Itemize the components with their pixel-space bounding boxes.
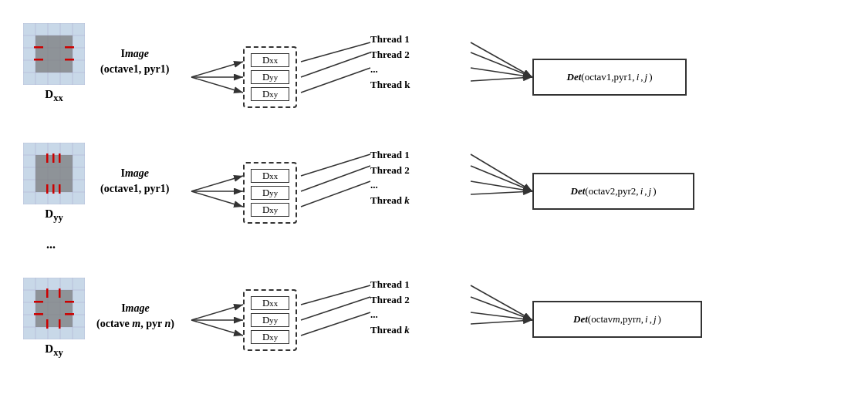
svg-line-4 — [301, 42, 370, 62]
svg-line-9 — [471, 68, 532, 77]
svg-rect-77 — [46, 319, 49, 329]
svg-line-28 — [471, 297, 532, 320]
dashed-box-3: Dxx Dyy Dxy — [243, 289, 297, 351]
svg-line-27 — [471, 285, 532, 320]
filter-dxx-1: Dxx — [251, 53, 289, 67]
image-label-3: Image (octave m, pyr n) — [96, 301, 174, 331]
svg-line-14 — [301, 154, 370, 176]
svg-line-24 — [301, 285, 370, 305]
svg-rect-56 — [59, 153, 61, 163]
svg-line-7 — [471, 42, 532, 77]
svg-rect-71 — [34, 301, 43, 303]
image-label-1: Image (octave1, pyr1) — [100, 46, 169, 76]
dxx-label-1: Dxx — [23, 88, 85, 104]
svg-line-10 — [471, 77, 532, 81]
filter-dxx-2: Dxx — [251, 169, 289, 183]
thread-group-3: Thread 1 Thread 2 ... Thread k — [370, 276, 471, 338]
filter-dyy-3: Dyy — [251, 313, 289, 327]
svg-rect-76 — [65, 313, 74, 315]
det-box-2: Det(octav2,pyr2, i, j) — [532, 173, 694, 210]
image-label-2: Image (octave1, pyr1) — [100, 166, 169, 196]
grid-svg-2 — [23, 143, 85, 204]
thread-dots-row1: ... — [370, 62, 471, 77]
svg-line-13 — [191, 191, 243, 207]
thread-group-1: Thread 1 Thread 2 ... Thread k — [370, 31, 471, 93]
svg-line-20 — [471, 191, 532, 194]
svg-rect-72 — [46, 288, 49, 298]
svg-line-19 — [471, 181, 532, 191]
diagram: Dxx Image (octave1, pyr1) Dxx Dyy Dxy Th… — [0, 0, 868, 398]
dxy-label-3: Dxy — [23, 342, 85, 359]
dashed-box-1: Dxx Dyy Dxy — [243, 46, 297, 108]
svg-line-17 — [471, 154, 532, 191]
svg-rect-55 — [46, 153, 49, 163]
filter-dyy-2: Dyy — [251, 186, 289, 200]
filter-dyy-1: Dyy — [251, 70, 289, 84]
svg-line-5 — [301, 52, 370, 77]
svg-line-21 — [191, 305, 243, 320]
svg-line-25 — [301, 297, 370, 320]
grid-svg-1 — [23, 23, 85, 85]
thread-k-row1: Thread k — [370, 77, 471, 93]
filter-dxx-3: Dxx — [251, 296, 289, 310]
svg-line-6 — [301, 68, 370, 93]
svg-line-23 — [191, 320, 243, 336]
svg-rect-57 — [46, 184, 49, 194]
svg-rect-59 — [52, 153, 55, 163]
svg-line-26 — [301, 312, 370, 336]
svg-line-3 — [191, 77, 243, 93]
svg-line-11 — [191, 176, 243, 191]
svg-line-18 — [471, 166, 532, 191]
svg-line-29 — [471, 312, 532, 320]
svg-line-8 — [471, 52, 532, 77]
svg-rect-44 — [65, 59, 74, 61]
thread-2-row3: Thread 2 — [370, 292, 471, 308]
svg-rect-70 — [35, 290, 73, 327]
filter-dxy-1: Dxy — [251, 87, 289, 101]
svg-line-1 — [191, 62, 243, 77]
svg-rect-78 — [59, 319, 61, 329]
thread-1-row1: Thread 1 — [370, 32, 471, 47]
svg-rect-43 — [65, 46, 74, 49]
svg-rect-74 — [59, 288, 61, 298]
row-separator-dots: ... — [46, 238, 56, 251]
svg-rect-60 — [52, 184, 55, 194]
svg-rect-75 — [65, 301, 74, 303]
grid-image-1 — [23, 23, 85, 85]
thread-k-row2: Thread k — [370, 193, 471, 208]
svg-rect-41 — [34, 46, 43, 49]
svg-line-30 — [471, 320, 532, 324]
filter-dxy-3: Dxy — [251, 330, 289, 344]
dashed-box-2: Dxx Dyy Dxy — [243, 162, 297, 224]
dyy-label-2: Dyy — [23, 207, 85, 224]
svg-rect-58 — [59, 184, 61, 194]
svg-rect-40 — [35, 35, 73, 73]
thread-2-row1: Thread 2 — [370, 47, 471, 62]
grid-image-2 — [23, 143, 85, 204]
thread-dots-row2: ... — [370, 177, 471, 193]
thread-group-2: Thread 1 Thread 2 ... Thread k — [370, 147, 471, 208]
grid-image-3 — [23, 278, 85, 339]
svg-rect-42 — [34, 59, 43, 61]
thread-2-row2: Thread 2 — [370, 163, 471, 178]
svg-line-16 — [301, 181, 370, 207]
thread-k-row3: Thread k — [370, 322, 471, 338]
filter-dxy-2: Dxy — [251, 203, 289, 217]
svg-rect-73 — [34, 313, 43, 315]
grid-svg-3 — [23, 278, 85, 339]
thread-dots-row3: ... — [370, 307, 471, 322]
thread-1-row3: Thread 1 — [370, 277, 471, 292]
det-box-3: Det(octavm,pyrn, i, j) — [532, 301, 702, 338]
thread-1-row2: Thread 1 — [370, 147, 471, 163]
det-box-1: Det(octav1,pyr1, i, j) — [532, 59, 687, 96]
svg-line-15 — [301, 166, 370, 191]
